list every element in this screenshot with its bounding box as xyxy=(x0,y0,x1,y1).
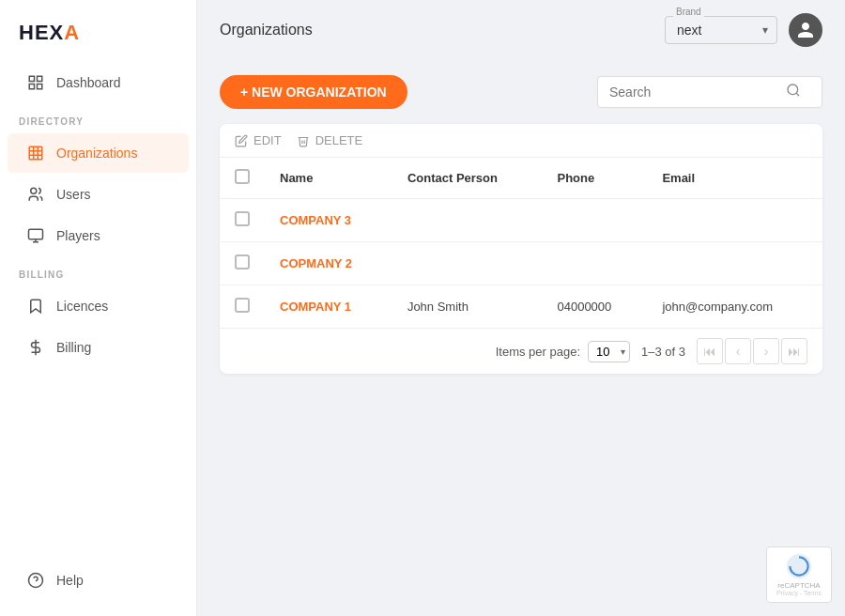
svg-rect-3 xyxy=(38,85,42,89)
delete-button[interactable]: DELETE xyxy=(297,133,363,147)
organizations-table-container: EDIT DELETE Name Contact Person xyxy=(220,124,822,374)
contact-1 xyxy=(392,199,543,242)
col-email: Email xyxy=(647,158,822,199)
pagination-buttons: ⏮ ‹ › ⏭ xyxy=(697,338,807,364)
email-1 xyxy=(647,199,822,242)
svg-rect-2 xyxy=(29,85,34,89)
col-contact: Contact Person xyxy=(392,158,543,199)
users-icon xyxy=(26,185,45,204)
sidebar-item-users[interactable]: Users xyxy=(8,175,189,214)
sidebar-item-label-help: Help xyxy=(56,573,84,588)
brand-selector-wrapper: Brand next brand2 brand3 xyxy=(665,16,777,44)
svg-rect-0 xyxy=(29,76,34,81)
search-icon xyxy=(786,83,801,101)
phone-2 xyxy=(542,242,647,285)
billing-section-label: BILLING xyxy=(0,256,196,285)
sidebar-bottom: Help xyxy=(0,560,196,616)
delete-label: DELETE xyxy=(315,133,363,147)
sidebar-item-players[interactable]: Players xyxy=(8,216,189,255)
phone-3: 04000000 xyxy=(542,285,647,329)
search-box xyxy=(597,76,822,108)
sidebar-item-label-dashboard: Dashboard xyxy=(56,75,121,90)
select-all-checkbox[interactable] xyxy=(235,169,250,184)
phone-1 xyxy=(542,199,647,242)
pagination-range: 1–3 of 3 xyxy=(641,345,685,359)
contact-2 xyxy=(392,242,543,285)
company-name-1[interactable]: COMPANY 3 xyxy=(280,213,351,227)
brand-select-wrapper: next brand2 brand3 xyxy=(665,16,777,44)
sidebar-item-label-licences: Licences xyxy=(56,299,108,314)
contact-3: John Smith xyxy=(392,285,543,329)
main-content: Organizations Brand next brand2 brand3 xyxy=(197,0,845,616)
sidebar-item-licences[interactable]: Licences xyxy=(8,286,189,326)
new-org-label: + NEW ORGANIZATION xyxy=(240,85,387,100)
svg-rect-10 xyxy=(29,229,43,239)
sidebar-item-label-users: Users xyxy=(56,187,91,202)
avatar-button[interactable] xyxy=(789,13,822,47)
content-area: + NEW ORGANIZATION EDIT xyxy=(197,60,845,616)
prev-page-button[interactable]: ‹ xyxy=(725,338,751,364)
first-page-button[interactable]: ⏮ xyxy=(697,338,723,364)
bookmark-icon xyxy=(26,297,45,316)
sidebar-item-billing[interactable]: Billing xyxy=(8,328,189,367)
company-name-2[interactable]: COPМANY 2 xyxy=(280,256,352,270)
top-bar: Organizations Brand next brand2 brand3 xyxy=(197,0,845,60)
col-phone: Phone xyxy=(542,158,647,199)
sidebar-item-organizations[interactable]: Organizations xyxy=(8,133,189,173)
table-actions: EDIT DELETE xyxy=(220,124,822,158)
table-row: COPМANY 2 xyxy=(220,242,822,285)
sidebar: HEXA Dashboard DIRECTORY Organizations xyxy=(0,0,197,616)
items-per-page-label: Items per page: xyxy=(496,345,580,359)
help-circle-icon xyxy=(26,571,45,590)
row-checkbox-3[interactable] xyxy=(235,298,250,313)
building-icon xyxy=(26,144,45,162)
brand-select[interactable]: next brand2 brand3 xyxy=(665,16,777,44)
svg-rect-1 xyxy=(38,76,42,81)
monitor-icon xyxy=(26,226,45,245)
last-page-button[interactable]: ⏭ xyxy=(781,338,807,364)
row-checkbox-1[interactable] xyxy=(235,211,250,226)
logo-accent: A xyxy=(64,21,80,44)
brand-label: Brand xyxy=(673,7,704,17)
items-per-page: Items per page: 10 25 50 xyxy=(496,341,630,362)
dollar-icon xyxy=(26,338,45,357)
new-organization-button[interactable]: + NEW ORGANIZATION xyxy=(220,75,407,109)
email-3: john@company.com xyxy=(647,285,822,329)
next-page-button[interactable]: › xyxy=(753,338,779,364)
svg-point-16 xyxy=(788,85,798,95)
top-bar-right: Brand next brand2 brand3 xyxy=(665,13,822,47)
recaptcha-badge: reCAPTCHA Privacy - Terms xyxy=(766,547,832,603)
edit-button[interactable]: EDIT xyxy=(235,133,282,147)
table-body: COMPANY 3 COPМANY 2 COMPANY xyxy=(220,199,822,329)
sidebar-item-help[interactable]: Help xyxy=(8,561,189,600)
sidebar-item-label-players: Players xyxy=(56,228,100,243)
toolbar-row: + NEW ORGANIZATION xyxy=(220,75,822,109)
organizations-table: Name Contact Person Phone Email COMPANY … xyxy=(220,158,822,328)
items-per-page-select-wrapper: 10 25 50 xyxy=(588,341,630,362)
company-name-3[interactable]: COMPANY 1 xyxy=(280,300,351,314)
edit-label: EDIT xyxy=(254,133,282,147)
pagination-row: Items per page: 10 25 50 1–3 of 3 ⏮ ‹ › … xyxy=(220,328,822,374)
table-header: Name Contact Person Phone Email xyxy=(220,158,822,199)
logo-area: HEXA xyxy=(0,0,196,62)
table-row: COMPANY 1 John Smith 04000000 john@compa… xyxy=(220,285,822,329)
search-input[interactable] xyxy=(609,85,778,100)
sidebar-item-label-organizations: Organizations xyxy=(56,146,137,161)
sidebar-item-dashboard[interactable]: Dashboard xyxy=(8,63,189,102)
grid-icon xyxy=(26,73,45,92)
email-2 xyxy=(647,242,822,285)
logo: HEXA xyxy=(19,21,80,45)
items-per-page-select[interactable]: 10 25 50 xyxy=(588,341,630,362)
svg-line-17 xyxy=(796,93,799,96)
table-row: COMPANY 3 xyxy=(220,199,822,242)
svg-point-9 xyxy=(31,188,37,193)
svg-rect-4 xyxy=(29,146,42,160)
row-checkbox-2[interactable] xyxy=(235,254,250,270)
page-title: Organizations xyxy=(220,22,313,38)
directory-section-label: DIRECTORY xyxy=(0,103,196,132)
sidebar-item-label-billing: Billing xyxy=(56,340,91,355)
col-name: Name xyxy=(265,158,392,199)
